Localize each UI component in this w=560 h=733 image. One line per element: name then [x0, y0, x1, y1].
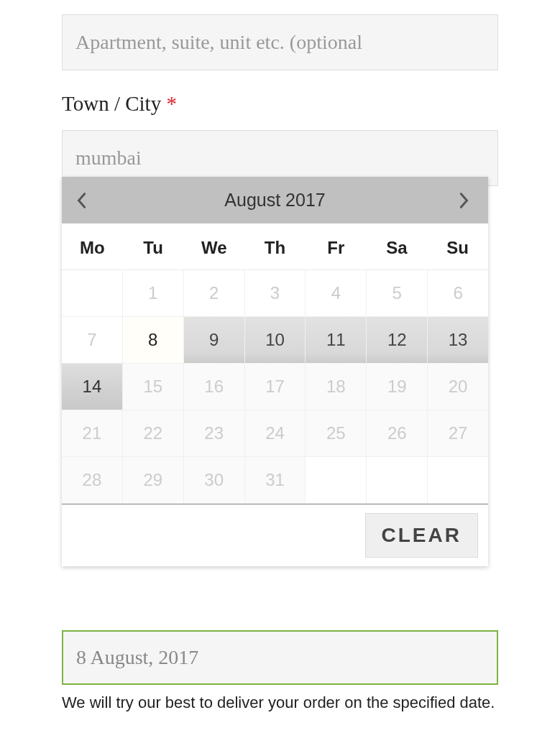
weekday-header: Mo [62, 238, 123, 258]
day-cell[interactable]: 22 [123, 410, 184, 457]
empty-cell [62, 270, 123, 317]
apartment-input[interactable] [62, 14, 498, 70]
day-cell[interactable]: 11 [306, 317, 367, 364]
empty-cell [306, 457, 367, 504]
datepicker-row: 14151617181920 [62, 364, 488, 410]
day-cell[interactable]: 18 [306, 364, 367, 410]
datepicker-row: 123456 [62, 270, 488, 317]
day-cell[interactable]: 6 [428, 270, 488, 317]
datepicker-row: 21222324252627 [62, 410, 488, 457]
city-label: Town / City * [62, 92, 498, 116]
day-cell[interactable]: 28 [62, 457, 123, 504]
day-cell[interactable]: 31 [245, 457, 306, 504]
day-cell[interactable]: 30 [184, 457, 245, 504]
day-cell[interactable]: 2 [184, 270, 245, 317]
day-cell[interactable]: 13 [428, 317, 488, 364]
datepicker-row: 78910111213 [62, 317, 488, 364]
day-cell[interactable]: 12 [367, 317, 428, 364]
help-text: We will try our best to deliver your ord… [62, 692, 498, 714]
day-cell[interactable]: 20 [428, 364, 488, 410]
day-cell[interactable]: 24 [245, 410, 306, 457]
day-cell[interactable]: 5 [367, 270, 428, 317]
datepicker-title: August 2017 [224, 190, 325, 211]
datepicker-row: 28293031 [62, 457, 488, 504]
weekday-header: Tu [123, 238, 184, 258]
weekday-header: We [183, 238, 244, 258]
clear-button[interactable]: CLEAR [365, 513, 478, 558]
day-cell[interactable]: 8 [123, 317, 184, 364]
day-cell[interactable]: 29 [123, 457, 184, 504]
required-marker: * [166, 92, 177, 115]
datepicker: August 2017 MoTuWeThFrSaSu 1234567891011… [62, 177, 488, 566]
prev-month-button[interactable] [76, 192, 91, 209]
day-cell[interactable]: 23 [184, 410, 245, 457]
day-cell[interactable]: 19 [367, 364, 428, 410]
day-cell[interactable]: 27 [428, 410, 488, 457]
weekday-header-row: MoTuWeThFrSaSu [62, 223, 488, 269]
day-cell[interactable]: 10 [245, 317, 306, 364]
weekday-header: Sa [367, 238, 428, 258]
day-cell[interactable]: 1 [123, 270, 184, 317]
datepicker-footer: CLEAR [62, 504, 488, 566]
datepicker-grid: 1234567891011121314151617181920212223242… [62, 269, 488, 504]
delivery-date-input[interactable] [62, 630, 498, 685]
day-cell[interactable]: 9 [184, 317, 245, 364]
day-cell[interactable]: 25 [306, 410, 367, 457]
day-cell[interactable]: 7 [62, 317, 123, 364]
weekday-header: Fr [306, 238, 367, 258]
chevron-left-icon [76, 192, 86, 209]
chevron-right-icon [459, 192, 469, 209]
empty-cell [428, 457, 488, 504]
weekday-header: Su [427, 238, 488, 258]
day-cell[interactable]: 17 [245, 364, 306, 410]
empty-cell [367, 457, 428, 504]
day-cell[interactable]: 21 [62, 410, 123, 457]
day-cell[interactable]: 4 [306, 270, 367, 317]
day-cell[interactable]: 15 [123, 364, 184, 410]
day-cell[interactable]: 14 [62, 364, 123, 410]
weekday-header: Th [244, 238, 306, 258]
datepicker-header: August 2017 [62, 177, 488, 223]
day-cell[interactable]: 3 [245, 270, 306, 317]
city-label-text: Town / City [62, 92, 161, 115]
day-cell[interactable]: 26 [367, 410, 428, 457]
day-cell[interactable]: 16 [184, 364, 245, 410]
next-month-button[interactable] [459, 192, 474, 209]
